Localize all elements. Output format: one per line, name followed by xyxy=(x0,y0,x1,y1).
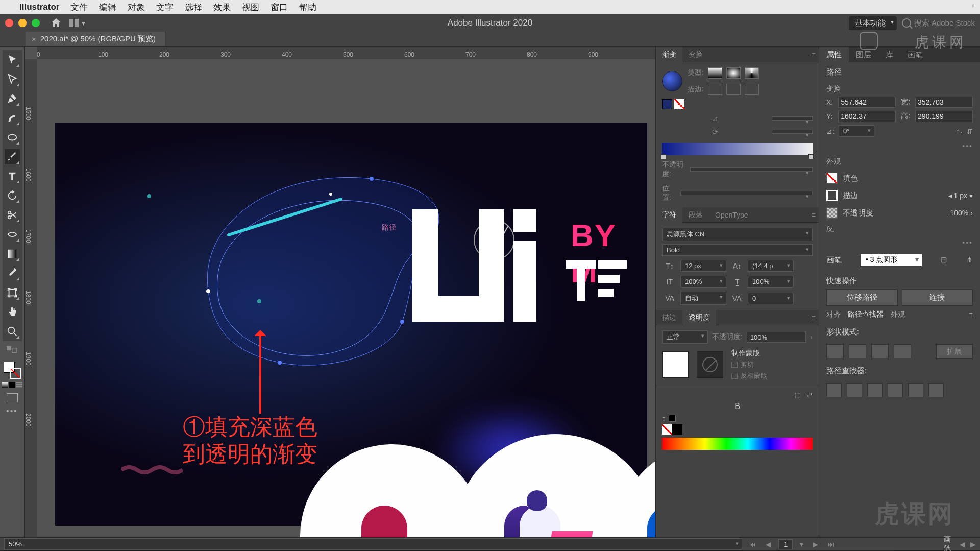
font-family-dropdown[interactable]: 思源黑体 CN xyxy=(662,228,813,241)
paintbrush-tool[interactable] xyxy=(5,149,20,164)
font-style-dropdown[interactable]: Bold xyxy=(662,244,813,256)
tab-appearance2[interactable]: 外观 xyxy=(891,310,905,319)
opacity-thumb[interactable] xyxy=(662,351,689,378)
gradient-tool[interactable] xyxy=(5,246,20,261)
panel-menu-icon[interactable]: ≡ xyxy=(812,51,816,59)
color-chip[interactable] xyxy=(669,415,676,422)
opacity-input[interactable]: 100% xyxy=(747,332,806,343)
mask-thumb[interactable] xyxy=(697,351,723,378)
exclude-icon[interactable] xyxy=(894,344,911,358)
eyedropper-tool[interactable] xyxy=(5,266,20,281)
menu-edit[interactable]: 编辑 xyxy=(99,2,116,13)
y-input[interactable]: 1602.37 xyxy=(838,111,896,122)
width-tool[interactable] xyxy=(5,227,20,242)
join-button[interactable]: 连接 xyxy=(902,289,973,306)
stroke-grad-across-icon[interactable] xyxy=(745,84,759,95)
make-mask-button[interactable]: 制作蒙版 xyxy=(731,349,813,358)
pen-tool[interactable] xyxy=(5,91,20,106)
selection-tool[interactable] xyxy=(5,52,20,67)
stroke-weight-input[interactable]: 1 px xyxy=(954,191,967,200)
black-swatch[interactable] xyxy=(672,424,682,435)
gradient-ramp[interactable] xyxy=(662,143,813,155)
tab-align[interactable]: 对齐 xyxy=(826,310,841,319)
zoom-dropdown[interactable]: 50% xyxy=(4,538,742,550)
flip-v-icon[interactable]: ⇵ xyxy=(967,127,973,135)
font-size-dropdown[interactable]: 12 px xyxy=(680,260,726,272)
scroll-left-icon[interactable]: ◀ xyxy=(960,540,965,548)
trim-icon[interactable] xyxy=(847,383,862,397)
screen-mode-icon[interactable] xyxy=(7,393,18,402)
more-options-icon[interactable]: ••• xyxy=(819,236,980,249)
menu-file[interactable]: 文件 xyxy=(70,2,88,13)
brush-options-icon[interactable]: ⋔ xyxy=(966,255,973,265)
app-name[interactable]: Illustrator xyxy=(19,2,59,12)
blend-mode-dropdown[interactable]: 正常 xyxy=(662,330,708,344)
canvas[interactable]: 0100200300400500600700800900 15001600170… xyxy=(24,47,655,537)
more-options-icon[interactable]: ••• xyxy=(819,140,980,152)
menu-select[interactable]: 选择 xyxy=(185,2,202,13)
fill-stroke-swatches[interactable] xyxy=(4,362,21,379)
document-tab[interactable]: × 2020.ai* @ 50% (RGB/GPU 预览) xyxy=(26,32,165,46)
artboard-nav-dropdown[interactable]: ▾ xyxy=(798,540,805,548)
zoom-window-icon[interactable] xyxy=(32,19,40,27)
crop-icon[interactable] xyxy=(888,383,903,397)
minimize-window-icon[interactable] xyxy=(18,19,27,27)
panel-menu-icon[interactable]: ≡ xyxy=(812,314,816,322)
x-input[interactable]: 557.642 xyxy=(838,97,896,108)
stroke-grad-along-icon[interactable] xyxy=(726,84,741,95)
panel-close-icon[interactable]: × xyxy=(971,2,975,9)
toggle-fill-stroke[interactable] xyxy=(5,342,20,357)
tab-libraries[interactable]: 库 xyxy=(878,47,900,63)
minus-back-icon[interactable] xyxy=(928,383,944,397)
kerning-dropdown[interactable]: 自动 xyxy=(680,292,726,305)
next-artboard-icon[interactable]: ▶ xyxy=(811,540,820,548)
leading-dropdown[interactable]: (14.4 p xyxy=(748,260,794,272)
hue-spectrum[interactable] xyxy=(662,438,813,450)
minus-front-icon[interactable] xyxy=(849,344,866,358)
unite-icon[interactable] xyxy=(826,344,844,358)
invert-checkbox-label[interactable]: 反相蒙版 xyxy=(741,371,767,380)
direct-selection-tool[interactable] xyxy=(5,71,20,87)
flip-h-icon[interactable]: ⇋ xyxy=(957,127,963,135)
first-artboard-icon[interactable]: ⏮ xyxy=(747,540,758,548)
color-swap-icon[interactable]: ⇄ xyxy=(807,391,813,399)
freeform-gradient-icon[interactable] xyxy=(745,67,759,79)
menu-view[interactable]: 视图 xyxy=(242,2,259,13)
h-input[interactable]: 290.199 xyxy=(915,111,973,122)
opacity-value[interactable]: 100% xyxy=(950,209,969,217)
offset-path-button[interactable]: 位移路径 xyxy=(826,289,898,306)
tab-transform[interactable]: 变换 xyxy=(682,47,709,62)
angle-dropdown[interactable]: 0° xyxy=(839,125,874,137)
menu-type[interactable]: 文字 xyxy=(156,2,174,13)
stroke-swatch[interactable] xyxy=(10,368,21,379)
menu-window[interactable]: 窗口 xyxy=(271,2,288,13)
vscale-dropdown[interactable]: 100% xyxy=(680,276,726,288)
gradient-stop[interactable] xyxy=(808,154,814,159)
tab-properties[interactable]: 属性 xyxy=(819,47,849,63)
clip-checkbox-label[interactable]: 剪切 xyxy=(741,360,754,369)
hand-tool[interactable] xyxy=(5,304,20,320)
menu-object[interactable]: 对象 xyxy=(128,2,145,13)
fx-label[interactable]: fx. xyxy=(826,225,835,233)
stroke-grad-within-icon[interactable] xyxy=(708,84,722,95)
last-artboard-icon[interactable]: ⏭ xyxy=(825,540,837,548)
tab-transparency[interactable]: 透明度 xyxy=(682,310,716,325)
opacity-swatch-icon[interactable] xyxy=(826,207,838,219)
workspace-dropdown[interactable]: 基本功能 xyxy=(849,16,897,30)
divide-icon[interactable] xyxy=(826,383,842,397)
artboard-number-input[interactable]: 1 xyxy=(778,539,793,549)
panel-menu-icon[interactable]: ≡ xyxy=(812,211,816,219)
close-tab-icon[interactable]: × xyxy=(32,35,36,43)
tab-paragraph[interactable]: 段落 xyxy=(682,207,709,223)
edit-toolbar-icon[interactable]: ••• xyxy=(6,406,18,416)
gradient-stop[interactable] xyxy=(661,154,666,159)
radial-gradient-icon[interactable] xyxy=(726,67,741,79)
menu-help[interactable]: 帮助 xyxy=(299,2,316,13)
outline-icon[interactable] xyxy=(908,383,923,397)
artboard-tool[interactable] xyxy=(5,285,20,300)
menu-effect[interactable]: 效果 xyxy=(213,2,231,13)
scissors-tool[interactable] xyxy=(5,207,20,223)
rotate-tool[interactable] xyxy=(5,188,20,203)
color-model-icon[interactable]: ⬚ xyxy=(795,391,801,399)
stroke-swatch-icon[interactable] xyxy=(826,190,838,201)
